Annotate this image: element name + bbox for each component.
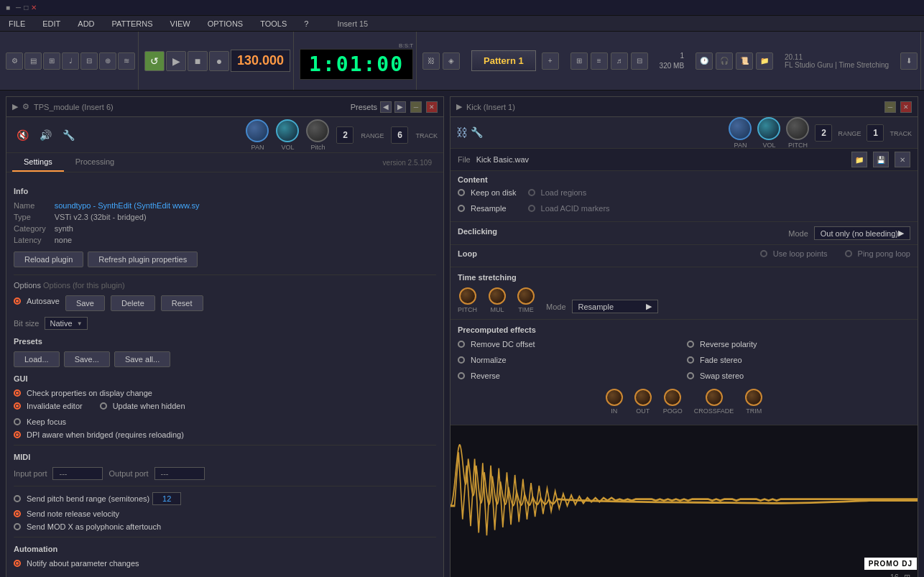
file-open-btn[interactable]: 📁 [851,152,867,167]
tps-fx-icon[interactable]: 🔊 [35,125,55,145]
ts-mode-dropdown[interactable]: Resample ▶ [572,300,658,313]
record-btn[interactable]: ● [209,51,229,71]
mixer-view[interactable]: ⊞ [570,52,588,70]
reverse-polarity-radio[interactable] [687,341,694,348]
preset-next[interactable]: ▶ [394,101,406,113]
use-loop-radio[interactable] [760,250,767,257]
notify-radio[interactable] [14,560,21,567]
pe-in-knob[interactable] [606,389,623,406]
browser-icon[interactable]: ⊟ [80,52,98,70]
step-seq-icon[interactable]: ⊞ [43,52,60,70]
settings-icon[interactable]: ⚙ [6,52,23,70]
ts-mul-knob[interactable] [489,287,506,305]
decl-mode-dropdown[interactable]: Out only (no bleeding) ▶ [814,226,910,240]
menu-file[interactable]: FILE [6,18,28,29]
save-btn[interactable]: Save [65,295,105,311]
browser-view[interactable]: ⊟ [631,52,648,70]
keep-focus-radio[interactable] [14,418,21,425]
waveform-container[interactable]: 16 ⊞ [451,425,918,577]
preset-prev[interactable]: ◀ [380,101,392,113]
ts-pitch-knob[interactable] [459,287,476,305]
kick-close[interactable]: ✕ [900,101,912,113]
menu-options[interactable]: OPTIONS [205,18,246,29]
bit-size-dropdown[interactable]: Native ▼ [45,317,87,330]
stop-btn[interactable]: ■ [188,51,208,71]
reverse-radio[interactable] [458,372,465,379]
tps-pan-knob[interactable] [246,119,269,142]
check-props-radio[interactable] [14,389,21,397]
snap-icon[interactable]: ◈ [443,52,460,70]
window-close[interactable]: ✕ [31,4,37,11]
expand-icon[interactable]: ▶ [12,102,18,111]
mod-x-radio[interactable] [14,523,21,530]
reload-plugin-btn[interactable]: Reload plugin [14,251,83,267]
chain-icon[interactable]: ⛓ [456,126,468,139]
headphone-icon[interactable]: 🎧 [716,52,733,70]
resample-radio[interactable] [458,205,465,212]
expand-icon-kick[interactable]: ▶ [456,102,462,111]
update-hidden-radio[interactable] [100,402,107,410]
download-icon[interactable]: ⬇ [900,52,918,70]
reset-btn[interactable]: Reset [161,295,203,311]
menu-help[interactable]: ? [301,18,311,29]
tps-pitch-knob[interactable] [306,119,329,142]
piano-icon[interactable]: ♩ [62,52,79,70]
tps-mute-icon[interactable]: 🔇 [12,125,32,145]
loop-btn[interactable]: ↺ [144,51,165,71]
menu-patterns[interactable]: PATTERNS [109,18,156,29]
delete-btn[interactable]: Delete [111,295,155,311]
play-btn[interactable]: ▶ [166,51,186,71]
refresh-props-btn[interactable]: Refresh plugin properties [88,251,198,267]
swap-stereo-radio[interactable] [687,372,694,379]
output-port-field[interactable] [154,467,205,480]
file-save-btn[interactable]: 💾 [873,152,889,167]
menu-tools[interactable]: TOOLS [257,18,290,29]
presets-save-all-btn[interactable]: Save all... [114,351,170,367]
note-velocity-radio[interactable] [14,510,21,517]
pitch-bend-radio[interactable] [14,495,21,502]
pe-trim-knob[interactable] [745,389,762,406]
dpi-radio[interactable] [14,431,21,438]
menu-view[interactable]: VIEW [167,18,193,29]
keep-disk-radio[interactable] [458,189,465,196]
script-icon[interactable]: 📜 [736,52,753,70]
tps-vol-knob[interactable] [276,119,299,142]
ping-pong-radio[interactable] [845,250,852,257]
presets-load-btn[interactable]: Load... [14,351,60,367]
ts-time-knob[interactable] [517,287,535,305]
autosave-radio[interactable] [14,297,21,305]
fx-icon[interactable]: ≋ [118,52,135,70]
file-close-btn[interactable]: ✕ [895,152,910,167]
presets-save-btn[interactable]: Save... [64,351,110,367]
invalidate-radio[interactable] [14,402,21,410]
folder-icon[interactable]: 📁 [756,52,773,70]
kick-pan-knob[interactable] [729,117,752,140]
tps-minimize[interactable]: ─ [410,101,422,113]
input-port-field[interactable] [52,467,103,480]
load-regions-radio[interactable] [528,189,535,196]
tab-settings[interactable]: Settings [12,153,64,172]
wrench-icon[interactable]: 🔧 [471,126,483,139]
pattern-add[interactable]: + [542,52,559,70]
pe-crossfade-knob[interactable] [706,389,723,406]
window-maximize[interactable]: □ [24,4,28,11]
kick-pitch-knob[interactable] [786,117,809,140]
kick-minimize[interactable]: ─ [884,101,896,113]
tab-processing[interactable]: Processing [64,153,126,172]
remove-dc-radio[interactable] [458,341,465,348]
fade-stereo-radio[interactable] [687,356,694,364]
load-acid-radio[interactable] [528,205,535,212]
window-minimize[interactable]: ─ [16,4,21,11]
tps-wrench-icon[interactable]: 🔧 [58,125,78,145]
tps-close[interactable]: ✕ [426,101,438,113]
piano-roll[interactable]: ♬ [611,52,628,70]
normalize-radio[interactable] [458,356,465,364]
clock-icon[interactable]: 🕐 [696,52,713,70]
pe-pogo-knob[interactable] [664,389,681,406]
kick-vol-knob[interactable] [757,117,780,140]
pe-out-knob[interactable] [634,389,652,406]
menu-add[interactable]: ADD [75,18,97,29]
mixer-icon[interactable]: ▤ [24,52,42,70]
playlist-view[interactable]: ≡ [591,52,608,70]
link-icon[interactable]: ⛓ [422,52,440,70]
